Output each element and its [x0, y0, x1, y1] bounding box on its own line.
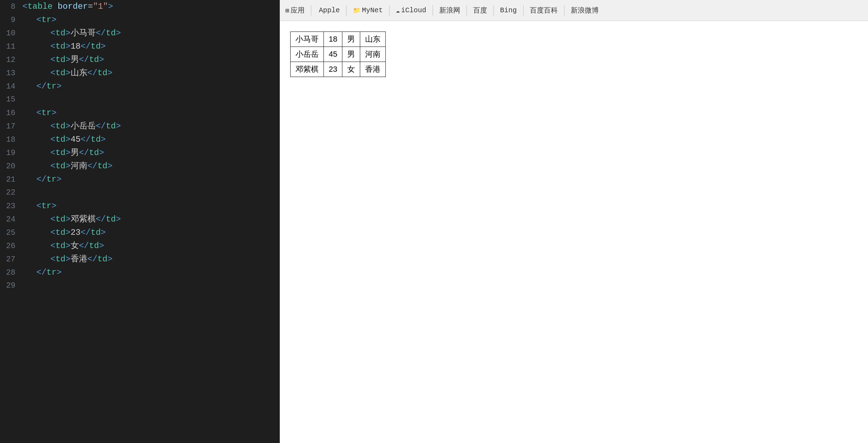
tag-name-token: td [55, 135, 65, 144]
tag-bracket-token: > [99, 55, 104, 64]
tag-name-token: td [91, 42, 101, 51]
tag-name-token: td [55, 161, 65, 171]
text-content-token: 邓紫棋 [71, 215, 96, 224]
code-line: 9<tr> [0, 13, 280, 27]
line-number: 20 [0, 160, 21, 173]
table-cell: 邓紫棋 [291, 62, 324, 77]
tag-name-token: td [55, 254, 65, 264]
tag-bracket-token: < [36, 15, 41, 24]
tag-bracket-token: > [116, 215, 121, 224]
toolbar-item-MyNet[interactable]: 📁MyNet [353, 6, 383, 14]
line-content: <td>邓紫棋</td> [21, 213, 280, 226]
tag-name-token: td [55, 228, 65, 237]
code-line: 29 [0, 279, 280, 293]
line-content: <tr> [21, 106, 280, 120]
tag-bracket-token: < [50, 241, 55, 251]
table-cell: 23 [324, 62, 342, 77]
code-line: 10<td>小马哥</td> [0, 27, 280, 40]
toolbar-item-label: 百度 [473, 6, 487, 15]
tag-bracket-token: </ [96, 121, 106, 131]
tag-name-token: td [55, 42, 65, 51]
line-content: <td>小岳岳</td> [21, 120, 280, 133]
tag-name-token: td [106, 121, 116, 131]
line-number: 17 [0, 120, 21, 133]
line-number: 24 [0, 213, 21, 226]
tag-name-token: td [55, 68, 65, 78]
tag-name-token: tr [47, 82, 57, 91]
toolbar-divider [311, 5, 311, 16]
toolbar-item-新浪微博[interactable]: 新浪微博 [571, 6, 599, 15]
line-number: 14 [0, 80, 21, 93]
line-number: 25 [0, 226, 21, 240]
toolbar-item-应用[interactable]: ⊞应用 [285, 6, 305, 15]
table-cell: 小马哥 [291, 32, 324, 47]
table-row: 邓紫棋23女香港 [291, 62, 386, 77]
code-line: 26<td>女</td> [0, 239, 280, 253]
toolbar-item-label: Apple [319, 6, 340, 14]
text-content-token: 河南 [71, 161, 87, 171]
code-line: 18<td>45</td> [0, 133, 280, 146]
line-number: 11 [0, 40, 21, 54]
line-content: <tr> [21, 199, 280, 213]
text-content-token: 小岳岳 [71, 121, 96, 131]
tag-name-token: td [55, 215, 65, 224]
line-number: 28 [0, 266, 21, 280]
tag-bracket-token: > [65, 241, 70, 251]
tag-bracket-token: > [101, 42, 106, 51]
toolbar-item-百度[interactable]: 百度 [473, 6, 487, 15]
line-number: 29 [0, 279, 21, 293]
tag-bracket-token: > [101, 135, 106, 144]
code-line: 16<tr> [0, 106, 280, 120]
code-line: 17<td>小岳岳</td> [0, 120, 280, 133]
tag-name-token: td [55, 241, 65, 251]
tag-name-token: td [55, 121, 65, 131]
code-line: 23<tr> [0, 199, 280, 213]
tag-bracket-token: > [65, 135, 70, 144]
tag-bracket-token: > [116, 28, 121, 38]
toolbar-item-Apple[interactable]: Apple [318, 6, 340, 14]
toolbar-divider [389, 5, 390, 16]
table-cell: 45 [324, 47, 342, 62]
tag-bracket-token: > [107, 68, 112, 78]
toolbar-item-Bing[interactable]: Bing [500, 6, 517, 14]
tag-name-token: td [55, 28, 65, 38]
text-content-token: 香港 [71, 254, 87, 264]
line-number: 18 [0, 133, 21, 147]
tag-bracket-token: > [107, 161, 112, 171]
tag-bracket-token: > [101, 228, 106, 237]
text-content-token: 小马哥 [71, 28, 96, 38]
toolbar-item-百度百科[interactable]: 百度百科 [530, 6, 558, 15]
tag-bracket-token: > [51, 201, 56, 211]
folder-icon: 📁 [353, 7, 361, 14]
tag-bracket-token: > [57, 268, 62, 277]
line-number: 21 [0, 173, 21, 187]
tag-bracket-token: < [36, 108, 41, 118]
text-content-token: 45 [71, 135, 81, 144]
tag-bracket-token: </ [36, 82, 47, 91]
tag-bracket-token: < [50, 148, 55, 157]
attr-name-token: border [58, 2, 88, 11]
tag-bracket-token: > [65, 42, 70, 51]
tag-bracket-token: < [50, 161, 55, 171]
tag-bracket-token: > [65, 28, 70, 38]
line-number: 26 [0, 240, 21, 253]
table-cell: 香港 [360, 62, 386, 77]
text-content-token: 23 [71, 228, 81, 237]
apps-icon: ⊞ [285, 7, 289, 14]
browser-content: 小马哥18男山东小岳岳45男河南邓紫棋23女香港 [280, 21, 868, 443]
tag-name-token: td [55, 55, 65, 64]
tag-bracket-token: > [65, 228, 70, 237]
icloud-icon: ☁ [396, 7, 400, 14]
line-content: <td>山东</td> [21, 66, 280, 80]
text-content-token: 女 [71, 241, 79, 251]
tag-name-token: tr [41, 15, 51, 24]
tag-name-token: td [97, 254, 107, 264]
line-content: <td>女</td> [21, 239, 280, 253]
code-line: 24<td>邓紫棋</td> [0, 213, 280, 226]
line-number: 10 [0, 27, 21, 40]
tag-bracket-token: > [116, 121, 121, 131]
tag-bracket-token: > [51, 108, 56, 118]
line-content: </tr> [21, 266, 280, 279]
toolbar-item-iCloud[interactable]: ☁iCloud [396, 6, 426, 14]
toolbar-item-新浪网[interactable]: 新浪网 [439, 6, 460, 15]
